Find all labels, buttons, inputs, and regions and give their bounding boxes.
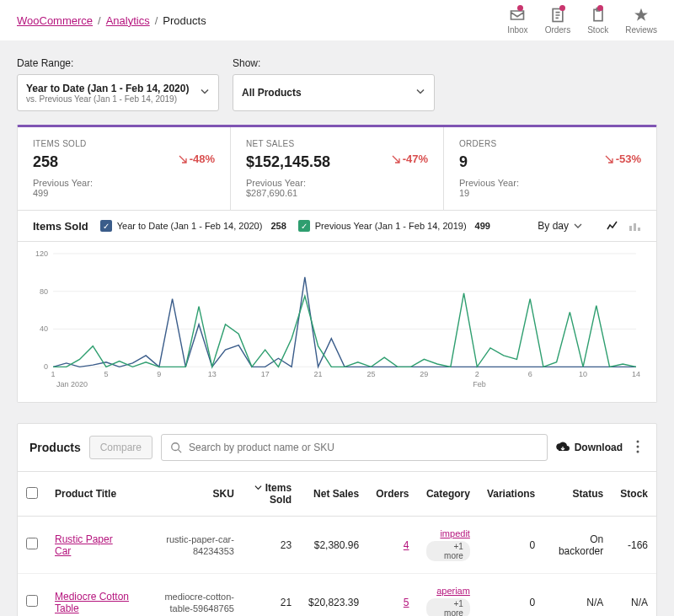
legend-current[interactable]: ✓ Year to Date (Jan 1 - Feb 14, 2020) 25… (100, 220, 286, 232)
svg-text:9: 9 (157, 370, 161, 378)
legend-label: Previous Year (Jan 1 - Feb 14, 2019) (315, 221, 467, 231)
svg-text:1: 1 (51, 370, 56, 378)
badge-dot-icon (559, 5, 565, 11)
metric-items-sold[interactable]: ITEMS SOLD 258 -48% Previous Year: 499 (18, 127, 231, 210)
legend-value: 499 (475, 221, 490, 231)
col-category[interactable]: Category (418, 472, 479, 517)
col-title[interactable]: Product Title (46, 472, 138, 517)
svg-text:29: 29 (420, 370, 428, 378)
more-categories-pill[interactable]: +1 more (426, 541, 470, 561)
cell-status: N/A (543, 574, 612, 617)
date-range-label: Date Range: (17, 57, 219, 69)
chart-title: Items Sold (33, 220, 88, 233)
cell-sold: 21 (243, 574, 300, 617)
metric-orders[interactable]: ORDERS 9 -53% Previous Year: 19 (444, 127, 656, 210)
show-value: All Products (242, 87, 409, 99)
product-link[interactable]: Mediocre Cotton Table (55, 591, 129, 614)
show-select[interactable]: All Products (233, 74, 435, 111)
line-chart-icon[interactable] (606, 219, 619, 233)
table-title: Products (29, 441, 81, 454)
checkbox-checked-icon: ✓ (298, 220, 310, 232)
products-table-card: Products Compare Download Product Title … (17, 423, 657, 616)
cell-status: On backorder (543, 517, 612, 574)
interval-label: By day (538, 220, 569, 232)
table-menu-button[interactable] (631, 437, 645, 459)
interval-select[interactable]: By day (538, 220, 582, 232)
star-icon (633, 7, 650, 24)
stock-label: Stock (587, 25, 608, 35)
breadcrumb-woocommerce[interactable]: WooCommerce (17, 14, 93, 27)
svg-text:13: 13 (208, 370, 217, 378)
metric-delta: -48% (179, 153, 215, 165)
search-box[interactable] (161, 434, 548, 461)
trend-down-icon (392, 155, 400, 163)
bar-chart-icon[interactable] (628, 219, 641, 233)
top-bar: WooCommerce / Analytics / Products Inbox… (0, 0, 674, 40)
trend-down-icon (605, 155, 613, 163)
search-input[interactable] (189, 442, 538, 453)
product-link[interactable]: Rustic Paper Car (55, 533, 113, 557)
table-row: Mediocre Cotton Tablemediocre-cotton-tab… (18, 574, 656, 617)
checkbox-checked-icon: ✓ (100, 220, 112, 232)
svg-point-30 (637, 450, 639, 453)
orders-button[interactable]: Orders (545, 7, 571, 35)
chevron-down-icon (200, 87, 210, 99)
metric-prev-value: 19 (459, 188, 641, 198)
legend-label: Year to Date (Jan 1 - Feb 14, 2020) (117, 221, 263, 231)
chevron-down-icon (415, 87, 425, 99)
cell-net: $2,380.96 (300, 517, 367, 574)
col-sku[interactable]: SKU (138, 472, 243, 517)
svg-rect-2 (629, 226, 632, 231)
download-button[interactable]: Download (556, 441, 623, 454)
inbox-button[interactable]: Inbox (507, 7, 527, 35)
sku-text: rustic-paper-car-84234353 (166, 534, 234, 556)
col-orders[interactable]: Orders (367, 472, 417, 517)
cell-variations: 0 (479, 517, 543, 574)
breadcrumb-current: Products (163, 14, 206, 27)
category-link[interactable]: aperiam (426, 586, 470, 596)
svg-text:14: 14 (632, 370, 640, 378)
chevron-down-icon (254, 482, 262, 494)
category-link[interactable]: impedit (426, 528, 470, 538)
svg-text:17: 17 (261, 370, 270, 378)
select-all-checkbox[interactable] (26, 487, 38, 499)
inbox-label: Inbox (507, 25, 527, 35)
col-variations[interactable]: Variations (479, 472, 543, 517)
row-checkbox[interactable] (26, 538, 38, 549)
col-sold[interactable]: Items Sold (243, 472, 300, 517)
svg-text:2: 2 (475, 370, 479, 378)
compare-button[interactable]: Compare (89, 436, 152, 459)
metric-prev-value: $287,690.61 (246, 188, 428, 198)
sku-text: mediocre-cotton-table-59648765 (164, 592, 234, 613)
col-status[interactable]: Status (543, 472, 612, 517)
svg-text:5: 5 (104, 370, 108, 378)
orders-label: Orders (545, 25, 571, 35)
date-range-select[interactable]: Year to Date (Jan 1 - Feb 14, 2020) vs. … (17, 74, 219, 111)
download-label: Download (575, 442, 623, 453)
svg-text:21: 21 (314, 370, 323, 378)
orders-link[interactable]: 5 (404, 597, 409, 608)
metric-net-sales[interactable]: NET SALES $152,145.58 -47% Previous Year… (231, 127, 444, 210)
svg-point-27 (172, 443, 179, 451)
metric-prev-label: Previous Year: (33, 178, 215, 188)
stock-button[interactable]: Stock (587, 7, 608, 35)
breadcrumb-analytics[interactable]: Analytics (106, 14, 150, 27)
svg-rect-3 (634, 223, 636, 231)
row-checkbox[interactable] (26, 595, 38, 607)
reviews-label: Reviews (625, 25, 657, 35)
metric-label: NET SALES (246, 139, 428, 148)
metric-delta: -53% (605, 153, 641, 165)
svg-text:Jan 2020: Jan 2020 (56, 380, 88, 388)
reviews-button[interactable]: Reviews (625, 7, 657, 35)
breadcrumb: WooCommerce / Analytics / Products (17, 14, 206, 27)
col-net[interactable]: Net Sales (300, 472, 367, 517)
svg-point-29 (637, 445, 639, 447)
date-range-primary: Year to Date (Jan 1 - Feb 14, 2020) (26, 83, 193, 94)
more-categories-pill[interactable]: +1 more (426, 598, 470, 616)
col-stock[interactable]: Stock (612, 472, 656, 517)
svg-text:120: 120 (35, 249, 48, 258)
table-row: Rustic Paper Carrustic-paper-car-8423435… (18, 517, 656, 574)
legend-previous[interactable]: ✓ Previous Year (Jan 1 - Feb 14, 2019) 4… (298, 220, 490, 232)
orders-link[interactable]: 4 (404, 539, 409, 551)
svg-text:Feb: Feb (473, 380, 486, 388)
